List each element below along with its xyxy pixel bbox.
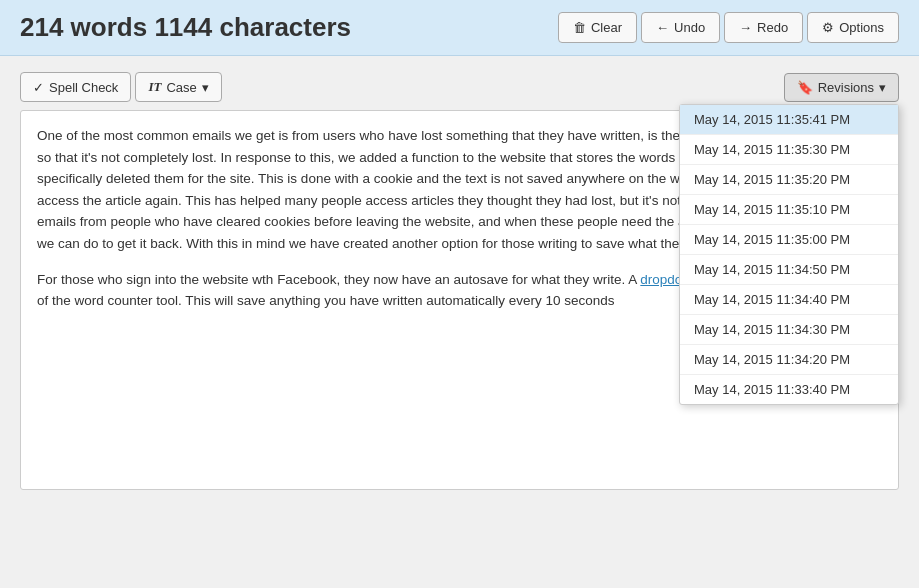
trash-icon: 🗑 <box>573 20 586 35</box>
undo-icon: ← <box>656 20 669 35</box>
revision-item[interactable]: May 14, 2015 11:35:30 PM <box>680 135 898 165</box>
revision-item[interactable]: May 14, 2015 11:34:20 PM <box>680 345 898 375</box>
toolbar-row: ✓ Spell Check IT Case ▾ 🔖 Revisions ▾ Ma… <box>20 72 899 102</box>
case-icon: IT <box>148 79 161 95</box>
revisions-dropdown: May 14, 2015 11:35:41 PM May 14, 2015 11… <box>679 104 899 405</box>
options-button[interactable]: ⚙ Options <box>807 12 899 43</box>
revision-item[interactable]: May 14, 2015 11:33:40 PM <box>680 375 898 404</box>
top-buttons: 🗑 Clear ← Undo → Redo ⚙ Options <box>558 12 899 43</box>
revisions-container: 🔖 Revisions ▾ May 14, 2015 11:35:41 PM M… <box>784 73 899 102</box>
revision-item[interactable]: May 14, 2015 11:34:30 PM <box>680 315 898 345</box>
top-bar: 214 words 1144 characters 🗑 Clear ← Undo… <box>0 0 919 56</box>
undo-button[interactable]: ← Undo <box>641 12 720 43</box>
case-chevron-icon: ▾ <box>202 80 209 95</box>
revision-item[interactable]: May 14, 2015 11:34:50 PM <box>680 255 898 285</box>
spell-check-button[interactable]: ✓ Spell Check <box>20 72 131 102</box>
revision-item[interactable]: May 14, 2015 11:35:10 PM <box>680 195 898 225</box>
revisions-chevron-icon: ▾ <box>879 80 886 95</box>
toolbar-left: ✓ Spell Check IT Case ▾ <box>20 72 222 102</box>
revision-item[interactable]: May 14, 2015 11:35:20 PM <box>680 165 898 195</box>
revisions-button[interactable]: 🔖 Revisions ▾ <box>784 73 899 102</box>
checkmark-icon: ✓ <box>33 80 44 95</box>
revision-item[interactable]: May 14, 2015 11:35:00 PM <box>680 225 898 255</box>
redo-icon: → <box>739 20 752 35</box>
word-count-label: 214 words 1144 characters <box>20 12 351 43</box>
revision-item[interactable]: May 14, 2015 11:35:41 PM <box>680 105 898 135</box>
redo-button[interactable]: → Redo <box>724 12 803 43</box>
clear-button[interactable]: 🗑 Clear <box>558 12 637 43</box>
main-area: ✓ Spell Check IT Case ▾ 🔖 Revisions ▾ Ma… <box>0 56 919 556</box>
bookmark-icon: 🔖 <box>797 80 813 95</box>
gear-icon: ⚙ <box>822 20 834 35</box>
case-button[interactable]: IT Case ▾ <box>135 72 221 102</box>
revision-item[interactable]: May 14, 2015 11:34:40 PM <box>680 285 898 315</box>
